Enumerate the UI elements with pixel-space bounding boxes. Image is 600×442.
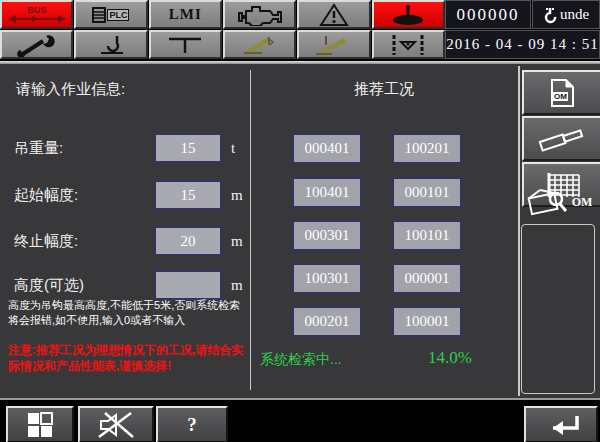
code-button-000401[interactable]: 000401 bbox=[292, 133, 362, 164]
search-progress-value: 14.0% bbox=[428, 348, 472, 368]
info-panel: 000000 unde 2016 - 04 - 09 14 : 51 bbox=[445, 0, 600, 60]
om-document-icon: OM bbox=[549, 78, 575, 108]
code-button-100001[interactable]: 100001 bbox=[392, 306, 462, 337]
start-radius-input[interactable]: 15 bbox=[154, 180, 222, 210]
recommend-title: 推荐工况 bbox=[252, 80, 516, 99]
hook-status-text: unde bbox=[560, 6, 589, 23]
tbar-button[interactable] bbox=[149, 30, 222, 59]
om-search-indicator: OM bbox=[519, 183, 599, 221]
boom-length-button[interactable] bbox=[297, 30, 370, 59]
bus-arrow-icon bbox=[8, 14, 66, 24]
mute-button[interactable] bbox=[78, 406, 154, 442]
side-empty-panel bbox=[521, 224, 595, 394]
start-radius-label: 起始幅度: bbox=[14, 186, 132, 205]
hook-status-display: unde bbox=[532, 0, 600, 29]
hook-icon bbox=[543, 6, 557, 24]
code-button-000001[interactable]: 000001 bbox=[392, 263, 462, 294]
top-toolbar: BUS PLC LMI bbox=[0, 0, 600, 60]
om-document-button[interactable]: OM bbox=[522, 70, 600, 115]
warning-triangle-icon bbox=[319, 3, 349, 27]
om-search-icon bbox=[526, 185, 570, 219]
engine-icon bbox=[238, 4, 282, 26]
outrigger-icon bbox=[384, 33, 432, 57]
help-button[interactable]: ? bbox=[156, 406, 228, 442]
enter-arrow-icon bbox=[539, 413, 583, 437]
datetime-display: 2016 - 04 - 09 14 : 51 bbox=[445, 30, 600, 59]
code-button-100201[interactable]: 100201 bbox=[392, 133, 462, 164]
wrench-icon bbox=[17, 33, 57, 57]
end-radius-input[interactable]: 20 bbox=[154, 226, 222, 256]
engine-button[interactable] bbox=[223, 0, 296, 29]
bus-label: BUS bbox=[27, 6, 46, 14]
field-row-start-radius: 起始幅度: 15 m bbox=[14, 180, 246, 210]
height-input[interactable] bbox=[154, 270, 222, 300]
code-button-000301[interactable]: 000301 bbox=[292, 220, 362, 251]
boom-length-icon bbox=[312, 33, 356, 57]
field-row-weight: 吊重量: 15 t bbox=[14, 133, 246, 163]
weight-input[interactable]: 15 bbox=[154, 133, 222, 163]
bus-button[interactable]: BUS bbox=[0, 0, 73, 29]
hmi-screen: BUS PLC LMI bbox=[0, 0, 600, 442]
code-button-100101[interactable]: 100101 bbox=[392, 220, 462, 251]
start-radius-unit: m bbox=[231, 187, 243, 204]
height-label: 高度(可选) bbox=[14, 276, 132, 295]
height-unit: m bbox=[231, 277, 243, 294]
caution-note-text: 注意:推荐工况为理想情况下的工况,请结合实际情况和产品性能表,谨慎选择! bbox=[8, 342, 250, 374]
boom-angle-button[interactable] bbox=[223, 30, 296, 59]
lmi-button[interactable]: LMI bbox=[149, 0, 222, 29]
tbar-icon bbox=[163, 34, 207, 56]
code-button-100401[interactable]: 100401 bbox=[292, 177, 362, 208]
code-button-000101[interactable]: 000101 bbox=[392, 177, 462, 208]
warning-button[interactable] bbox=[297, 0, 370, 29]
lmi-label: LMI bbox=[169, 6, 202, 23]
plc-button[interactable]: PLC bbox=[74, 0, 147, 29]
field-row-end-radius: 终止幅度: 20 m bbox=[14, 226, 246, 256]
panel-divider-right bbox=[518, 66, 520, 396]
window-squares-icon bbox=[27, 412, 53, 438]
tools-button[interactable] bbox=[0, 30, 73, 59]
code-button-100301[interactable]: 100301 bbox=[292, 263, 362, 294]
field-row-height: 高度(可选) m bbox=[14, 270, 246, 300]
end-radius-label: 终止幅度: bbox=[14, 232, 132, 251]
om-document-label: OM bbox=[553, 92, 568, 101]
plc-icon: PLC bbox=[92, 6, 129, 24]
counter-display: 000000 bbox=[445, 0, 531, 29]
form-title: 请输入作业信息: bbox=[16, 80, 125, 99]
hook-weight-icon bbox=[385, 4, 431, 26]
hook-block-button[interactable] bbox=[74, 30, 147, 59]
boom-telescope-icon bbox=[534, 125, 590, 153]
om-search-label: OM bbox=[572, 195, 593, 210]
boom-telescope-button[interactable] bbox=[522, 116, 600, 161]
outrigger-button[interactable] bbox=[372, 30, 445, 59]
weight-label: 吊重量: bbox=[14, 139, 132, 158]
muted-speaker-icon bbox=[95, 411, 137, 439]
panel-divider-left bbox=[250, 70, 251, 390]
height-note-text: 高度为吊钩最高高度,不能低于5米,否则系统检索将会报错,如不使用,输入0或者不输… bbox=[8, 298, 248, 328]
bottom-bar: ? bbox=[0, 400, 600, 442]
boom-angle-icon bbox=[238, 33, 282, 57]
hook-mode-button[interactable] bbox=[372, 0, 445, 29]
search-status-text: 系统检索中... bbox=[260, 351, 342, 369]
toolbar-grid: BUS PLC LMI bbox=[0, 0, 445, 60]
plc-label: PLC bbox=[107, 9, 129, 21]
home-screens-button[interactable] bbox=[6, 406, 74, 442]
weight-unit: t bbox=[231, 140, 235, 157]
code-button-000201[interactable]: 000201 bbox=[292, 306, 362, 337]
end-radius-unit: m bbox=[231, 233, 243, 250]
enter-button[interactable] bbox=[524, 406, 598, 442]
hook-block-icon bbox=[93, 34, 129, 56]
